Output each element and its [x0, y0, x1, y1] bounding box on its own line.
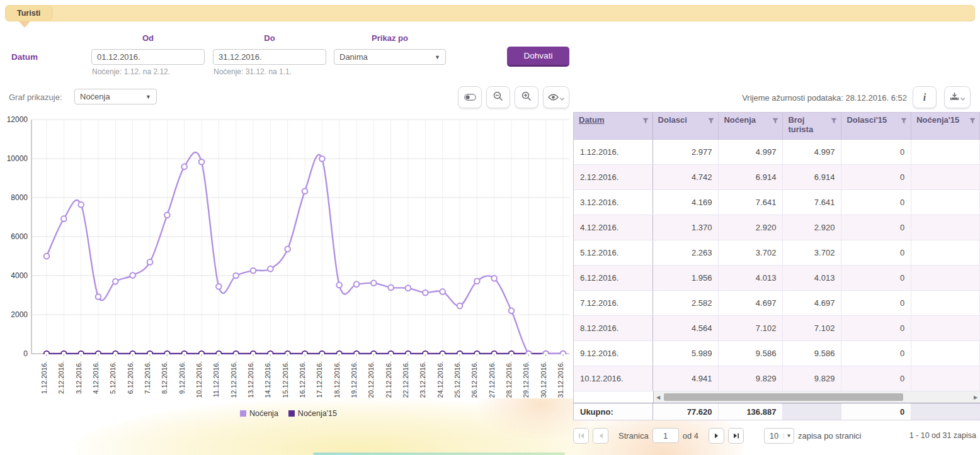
page-size-select[interactable]: 10 ▼: [764, 428, 794, 444]
zoom-in-button[interactable]: [515, 86, 538, 108]
cell-datum: 4.12.2016.: [574, 215, 653, 240]
cell-datum: 3.12.2016.: [574, 190, 653, 215]
column-header-no-enja-15[interactable]: Noćenja'15: [911, 113, 980, 139]
table-row[interactable]: 3.12.2016.4.1697.6417.6410: [574, 190, 980, 215]
panel-title: Turisti: [17, 9, 40, 18]
scrollbar-thumb[interactable]: [664, 393, 903, 401]
nocenja-line-chart[interactable]: 0200040006000800010000120001.12.2016.2.1…: [5, 115, 572, 407]
scroll-left-icon[interactable]: ◀: [654, 395, 663, 400]
table-total-row: Ukupno:77.620136.8870: [574, 403, 980, 420]
svg-text:21.12.2016.: 21.12.2016.: [385, 361, 392, 398]
svg-text:29.12.2016.: 29.12.2016.: [522, 361, 530, 398]
cell-datum: 9.12.2016.: [574, 341, 653, 366]
graf-prikazuje-select[interactable]: Noćenja ▼: [74, 89, 157, 104]
date-to-input[interactable]: [214, 50, 326, 64]
filter-funnel-icon[interactable]: [969, 118, 976, 124]
series-visibility-button[interactable]: [543, 86, 569, 108]
svg-text:15.12.2016.: 15.12.2016.: [282, 361, 289, 398]
toggle-view-button[interactable]: [458, 86, 482, 108]
chevron-down-icon: [560, 92, 564, 103]
cell-value: 6.914: [719, 165, 783, 189]
cell-value: 3.702: [783, 240, 841, 265]
column-header-dolasci-15[interactable]: Dolasci'15: [841, 113, 911, 139]
chevron-down-icon: ▼: [435, 54, 440, 60]
cell-value: [911, 291, 980, 315]
svg-text:1.12.2016.: 1.12.2016.: [40, 361, 48, 394]
info-button[interactable]: i: [913, 86, 937, 108]
total-value: [911, 403, 980, 420]
legend-item[interactable]: Noćenja: [240, 409, 278, 418]
cell-value: 0: [841, 341, 911, 366]
svg-text:6.12.2016.: 6.12.2016.: [127, 361, 134, 394]
table-row[interactable]: 6.12.2016.1.9564.0134.0130: [574, 266, 980, 291]
cell-datum: 10.12.2016.: [574, 366, 653, 391]
column-header-datum[interactable]: Datum: [574, 113, 653, 139]
next-page-button[interactable]: [709, 428, 724, 444]
last-page-button[interactable]: [728, 428, 744, 444]
cell-value: 4.941: [653, 366, 719, 391]
do-label: Do: [213, 33, 326, 43]
date-from-field: [91, 49, 205, 65]
od-note: Noćenje: 1.12. na 2.12.: [92, 67, 170, 76]
graf-prikazuje-value: Noćenja: [80, 92, 110, 101]
table-row[interactable]: 1.12.2016.2.9774.9974.9970: [574, 140, 980, 165]
table-row[interactable]: 10.12.2016.4.9419.8299.8290: [574, 366, 980, 391]
filter-funnel-icon[interactable]: [642, 118, 649, 124]
filter-funnel-icon[interactable]: [831, 118, 837, 124]
tab-pointer-icon: [19, 21, 30, 28]
table-row[interactable]: 2.12.2016.4.7426.9146.9140: [574, 165, 980, 190]
table-row[interactable]: 5.12.2016.2.2633.7023.7020: [574, 240, 980, 266]
data-updated-text: Vrijeme ažurnosti podataka: 28.12.2016. …: [693, 93, 907, 103]
svg-text:13.12.2016.: 13.12.2016.: [247, 361, 254, 398]
first-page-button[interactable]: [573, 428, 589, 444]
cell-value: [911, 366, 980, 391]
prikaz-po-select[interactable]: Danima ▼: [334, 49, 446, 65]
graf-prikazuje-label: Graf prikazuje:: [9, 93, 62, 102]
cell-value: 1.956: [653, 266, 719, 290]
scroll-right-icon[interactable]: ▶: [971, 395, 980, 400]
cell-datum: 5.12.2016.: [574, 240, 653, 265]
cell-value: [911, 215, 980, 240]
horizontal-scrollbar[interactable]: ◀ ▶: [654, 391, 980, 403]
svg-text:3.12.2016.: 3.12.2016.: [75, 361, 83, 394]
zoom-out-button[interactable]: [486, 86, 510, 108]
table-row[interactable]: 9.12.2016.5.9899.5869.5860: [574, 341, 980, 366]
cell-value: 7.641: [719, 190, 783, 215]
chevron-down-icon: ▼: [145, 94, 151, 100]
date-from-input[interactable]: [92, 50, 205, 64]
svg-text:27.12.2016.: 27.12.2016.: [488, 361, 496, 398]
column-header-dolasci[interactable]: Dolasci: [653, 113, 719, 139]
filter-funnel-icon[interactable]: [708, 118, 714, 124]
chart-legend: NoćenjaNoćenja'15: [5, 409, 572, 418]
page-number-input[interactable]: [652, 428, 679, 443]
cell-value: 4.169: [653, 190, 719, 215]
previous-page-button[interactable]: [593, 428, 608, 444]
total-value: 136.887: [719, 403, 783, 420]
table-row[interactable]: 4.12.2016.1.3702.9202.9200: [574, 215, 980, 240]
table-row[interactable]: 8.12.2016.4.5647.1027.1020: [574, 316, 980, 341]
column-header-no-enja[interactable]: Noćenja: [719, 113, 783, 139]
cell-value: 7.102: [783, 316, 841, 340]
svg-text:5.12.2016.: 5.12.2016.: [109, 361, 117, 394]
filter-funnel-icon[interactable]: [772, 118, 778, 124]
cell-value: 0: [841, 240, 911, 265]
dohvati-button[interactable]: Dohvati: [507, 47, 569, 67]
filter-funnel-icon[interactable]: [901, 118, 907, 124]
column-header-broj-turista[interactable]: Broj turista: [783, 113, 841, 139]
cell-value: 4.013: [719, 266, 783, 290]
cell-value: 7.641: [783, 190, 841, 215]
svg-text:12000: 12000: [7, 115, 28, 124]
total-value: [783, 403, 841, 420]
legend-item[interactable]: Noćenja'15: [288, 409, 337, 418]
svg-text:25.12.2016.: 25.12.2016.: [453, 361, 461, 398]
cell-datum: 6.12.2016.: [574, 266, 653, 290]
total-label: Ukupno:: [574, 403, 653, 420]
cell-value: 2.582: [653, 291, 719, 315]
tab-turisti[interactable]: Turisti: [6, 6, 52, 21]
cell-value: 2.920: [719, 215, 783, 240]
download-button[interactable]: [944, 86, 971, 108]
do-note: Noćenje: 31.12. na 1.1.: [214, 67, 292, 76]
svg-text:7.12.2016.: 7.12.2016.: [144, 361, 151, 394]
table-row[interactable]: 7.12.2016.2.5824.6974.6970: [574, 291, 980, 316]
svg-text:4.12.2016.: 4.12.2016.: [92, 361, 100, 394]
